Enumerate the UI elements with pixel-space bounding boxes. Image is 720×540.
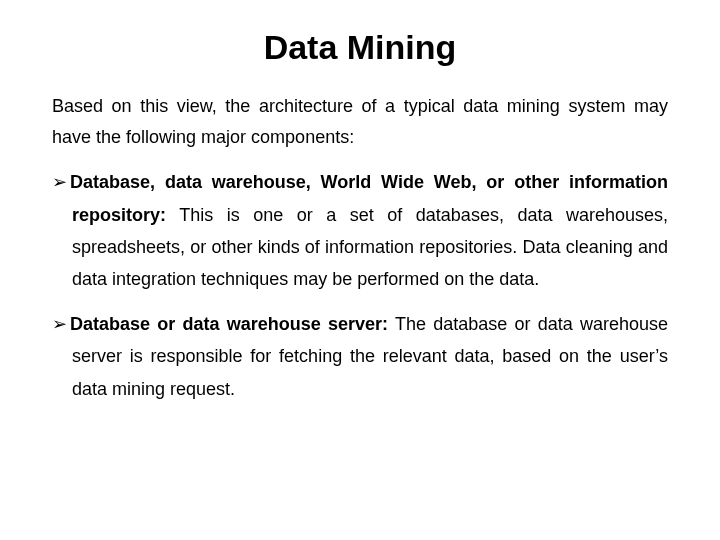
slide: Data Mining Based on this view, the arch… [0,0,720,540]
page-title: Data Mining [52,28,668,67]
bullet-item: ➢Database or data warehouse server: The … [52,308,668,405]
bullet-item: ➢ Database, data warehouse, World Wide W… [52,166,668,296]
arrow-bullet-icon: ➢ [52,166,70,198]
bullet-heading: Database or data warehouse server: [70,314,388,334]
arrow-bullet-icon: ➢ [52,308,70,340]
intro-paragraph: Based on this view, the architecture of … [52,91,668,152]
